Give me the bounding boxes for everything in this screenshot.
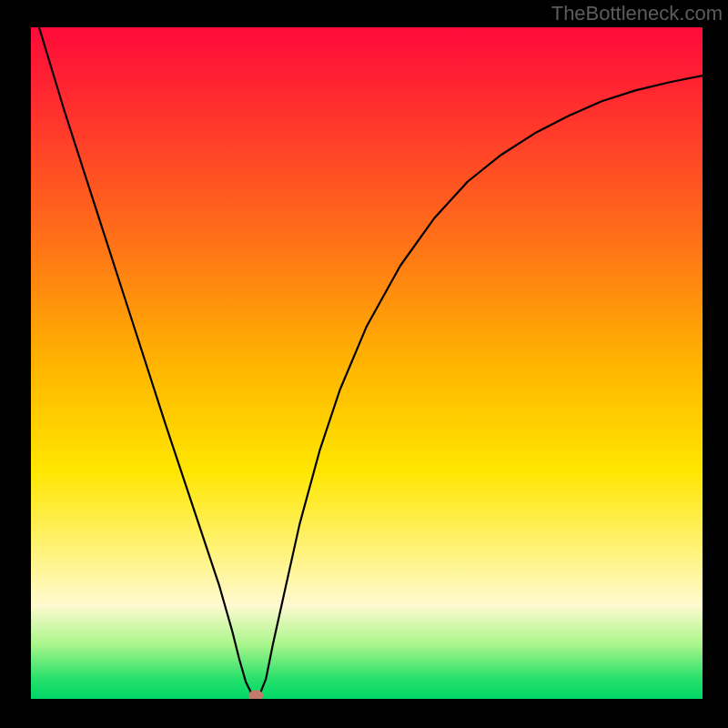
bottleneck-curve-path bbox=[31, 27, 703, 695]
chart-svg bbox=[31, 27, 703, 699]
watermark-text: TheBottleneck.com bbox=[551, 2, 723, 25]
chart-plot-area bbox=[31, 27, 703, 699]
